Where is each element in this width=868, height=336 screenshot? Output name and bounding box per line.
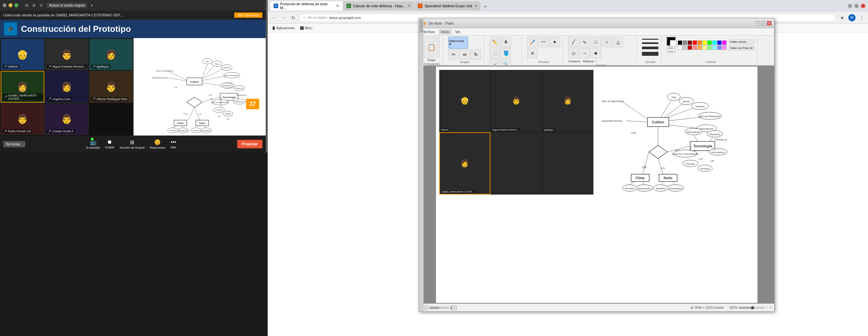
size-3[interactable]: [642, 47, 658, 49]
tab-close-0[interactable]: ✕: [336, 4, 339, 8]
maximize-btn[interactable]: [8, 3, 12, 7]
toolbar-breakout[interactable]: ⊞ Sección de Grupos: [119, 139, 145, 149]
view-icon-1[interactable]: ⊟: [24, 2, 30, 8]
paste-button[interactable]: 📋: [424, 37, 440, 58]
fill-button[interactable]: 🪣: [501, 48, 511, 58]
tab-close-2[interactable]: ✕: [474, 4, 477, 8]
reiniciar-button[interactable]: Re-Iniciar...: [3, 141, 25, 147]
zoom-minus[interactable]: −: [766, 306, 768, 309]
eraser-button[interactable]: ⬜: [490, 48, 500, 58]
finalizar-button[interactable]: Finalizar: [237, 140, 262, 148]
right-panel: P Protocolo de defensa de tesis M... ✕ C…: [268, 0, 868, 336]
edit-colors-button[interactable]: Editar colores: [728, 39, 754, 44]
refresh-button[interactable]: ↻: [290, 14, 297, 21]
swatch-light-yellow[interactable]: [702, 45, 707, 50]
browser-close[interactable]: ✕: [861, 4, 865, 8]
brush-2[interactable]: 〰: [538, 37, 549, 47]
swatch-black[interactable]: [678, 40, 682, 45]
settings-button[interactable]: ⋮: [858, 14, 865, 21]
back-button[interactable]: ←: [270, 14, 278, 21]
browser-tab-2[interactable]: S Speedtest Valdivia Grupo Gtd ✕: [415, 1, 480, 10]
swatch-dark-red[interactable]: [688, 40, 692, 45]
paint-close[interactable]: ✕: [767, 21, 772, 26]
browser-minimize[interactable]: −: [848, 4, 852, 8]
browser-tab-0[interactable]: P Protocolo de defensa de tesis M... ✕: [270, 1, 342, 10]
sound-button[interactable]: Activar el sonido original: [46, 3, 87, 8]
vertical-scrollbar[interactable]: [419, 66, 424, 304]
rotate-button[interactable]: ↻: [471, 49, 481, 60]
shape-triangle[interactable]: △: [613, 37, 623, 47]
size-1[interactable]: [642, 39, 658, 40]
toolbar-more[interactable]: ••• Más: [170, 139, 176, 149]
brush-4[interactable]: ≡: [527, 48, 538, 58]
shape-arrow[interactable]: →: [579, 48, 590, 58]
swatch-light-gray[interactable]: [683, 45, 687, 50]
swatch-red[interactable]: [692, 40, 697, 45]
shape-ellipse[interactable]: ○: [601, 37, 612, 47]
fullscreen-btn[interactable]: [14, 3, 19, 7]
h-scroll-right[interactable]: ▸: [451, 305, 457, 310]
ver-opciones-button[interactable]: Ver Opciones: [234, 12, 262, 18]
zoom-plus[interactable]: +: [770, 306, 772, 309]
browser-maximize[interactable]: □: [854, 4, 859, 8]
toolbar-reactions[interactable]: 😊 Reacciones: [150, 139, 165, 149]
tab-close-1[interactable]: ✕: [407, 4, 411, 8]
dropdown-arrow[interactable]: ▼: [90, 4, 93, 7]
color2-swatch[interactable]: [670, 40, 676, 47]
swatch-magenta[interactable]: [722, 40, 726, 45]
view-icon-2[interactable]: ⊞: [31, 2, 37, 8]
minimize-btn[interactable]: [3, 3, 6, 7]
swatch-orange[interactable]: [698, 40, 702, 45]
toolbar-record[interactable]: ⏺ Grabar: [105, 139, 114, 149]
h-scroll-thumb[interactable]: [429, 306, 439, 309]
swatch-light-orange[interactable]: [698, 45, 702, 50]
paint-window-controls: − □ ✕: [755, 21, 772, 26]
h-scroll-track[interactable]: [429, 306, 449, 309]
select-button[interactable]: Seleccionar ▼: [448, 37, 468, 49]
profile-button[interactable]: M: [848, 14, 856, 21]
shape-rect[interactable]: □: [590, 37, 601, 47]
swatch-medium-red[interactable]: [688, 45, 692, 50]
swatch-light-green[interactable]: [707, 45, 712, 50]
crop-button[interactable]: ✂: [448, 49, 459, 60]
paint-menu-ver[interactable]: Ver: [453, 29, 463, 34]
paint-menu-inicio[interactable]: Inicio: [438, 29, 452, 34]
swatch-light-cyan[interactable]: [712, 45, 717, 50]
swatch-yellow[interactable]: [702, 40, 707, 45]
color1-swatch[interactable]: [666, 37, 676, 46]
edit-paint3d-button[interactable]: Editar con Paint 3D: [728, 45, 754, 51]
imagen-row2: ✂ ⇔ ↻: [448, 49, 481, 60]
swatch-blue[interactable]: [717, 40, 722, 45]
swatch-white[interactable]: [678, 45, 682, 50]
bookmark-aplicaciones[interactable]: 📱 Aplicaciones: [270, 26, 296, 30]
resize-button[interactable]: ⇔: [460, 49, 470, 60]
swatch-gray[interactable]: [683, 40, 687, 45]
swatch-green[interactable]: [707, 40, 712, 45]
zoom-slider[interactable]: [739, 307, 765, 309]
swatch-light-magenta[interactable]: [722, 45, 726, 50]
text-button[interactable]: A: [501, 37, 511, 47]
size-2[interactable]: [642, 42, 658, 44]
bookmark-bkzc[interactable]: ⬛ Bkzc:: [299, 26, 314, 30]
shape-star[interactable]: ★: [590, 48, 601, 58]
new-tab-button[interactable]: +: [481, 3, 489, 10]
bookmark-button[interactable]: ★: [839, 14, 846, 21]
paint-minimize[interactable]: −: [755, 21, 760, 26]
view-icon-3[interactable]: ⊡: [38, 2, 44, 8]
svg-text:Descripción: Descripción: [638, 187, 651, 190]
shape-curve[interactable]: ∿: [579, 37, 590, 47]
brush-3[interactable]: ✦: [550, 37, 560, 47]
brush-1[interactable]: 🖌️: [527, 37, 538, 47]
zoom-thumb[interactable]: [751, 306, 754, 309]
swatch-pink[interactable]: [692, 45, 697, 50]
shape-diamond[interactable]: ◇: [568, 48, 579, 58]
forward-button[interactable]: →: [280, 14, 287, 21]
pencil-button[interactable]: ✏️: [490, 37, 500, 47]
swatch-light-blue[interactable]: [717, 45, 722, 50]
size-4[interactable]: [642, 52, 658, 56]
browser-tab-1[interactable]: C Calculo de nota defensa - Hoja... ✕: [343, 1, 414, 10]
paint-maximize[interactable]: □: [761, 21, 766, 26]
swatch-cyan[interactable]: [712, 40, 717, 45]
shape-line[interactable]: ╱: [568, 37, 579, 47]
toolbar-screen-share[interactable]: 📺 tir pantalla: [86, 139, 100, 149]
